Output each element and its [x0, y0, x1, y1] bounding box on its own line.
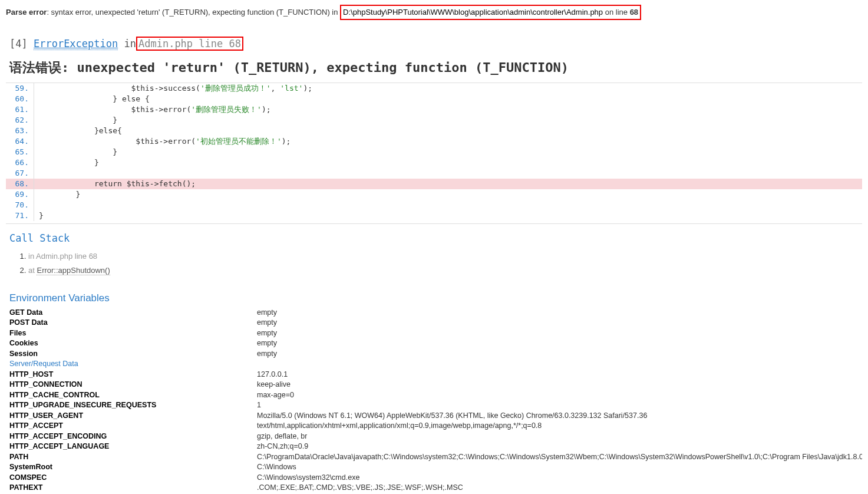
env-row: HTTP_USER_AGENTMozilla/5.0 (Windows NT 6…	[9, 411, 862, 421]
code-block: 59. $this->success('删除管理员成功！', 'lst');60…	[6, 83, 862, 224]
env-value: gzip, deflate, br	[257, 432, 307, 442]
env-row: HTTP_HOST127.0.0.1	[9, 370, 862, 380]
code-row: 62. }	[6, 115, 862, 126]
env-key: PATHEXT	[9, 483, 257, 493]
code-row: 59. $this->success('删除管理员成功！', 'lst');	[6, 83, 862, 94]
line-number: 59.	[6, 83, 34, 94]
env-row: HTTP_ACCEPT_LANGUAGEzh-CN,zh;q=0.9	[9, 442, 862, 452]
env-row: PATHC:\ProgramData\Oracle\Java\javapath;…	[9, 452, 862, 463]
line-number: 63.	[6, 126, 34, 136]
env-row: Filesempty	[9, 328, 862, 339]
code-content: }	[39, 115, 117, 126]
env-value: C:\Windows	[257, 462, 296, 473]
line-number: 60.	[6, 94, 34, 104]
env-row: HTTP_CONNECTIONkeep-alive	[9, 380, 862, 390]
env-key: Server/Request Data	[9, 359, 257, 370]
callstack-title: Call Stack	[9, 232, 862, 244]
env-key: PATH	[9, 452, 257, 463]
code-content: } else {	[39, 94, 150, 104]
line-number: 67.	[6, 168, 34, 179]
env-key: HTTP_ACCEPT_ENCODING	[9, 432, 257, 442]
env-row: POST Dataempty	[9, 318, 862, 328]
env-row: Server/Request Data	[9, 359, 862, 370]
env-value: empty	[257, 338, 277, 349]
env-row: HTTP_ACCEPT_ENCODINGgzip, deflate, br	[9, 432, 862, 442]
parse-error-label: Parse error	[6, 8, 47, 17]
code-content: }	[39, 189, 80, 200]
exception-summary: [4] ErrorException in Admin.php line 68	[9, 37, 862, 51]
env-title: Environment Variables	[9, 292, 862, 304]
code-content: return $this->fetch();	[39, 179, 196, 189]
code-row: 66. }	[6, 157, 862, 168]
code-row: 64. $this->error('初始管理员不能删除！');	[6, 136, 862, 147]
code-content: }	[39, 210, 44, 221]
env-key: HTTP_CACHE_CONTROL	[9, 390, 257, 401]
exception-file-loc: Admin.php line 68	[138, 38, 241, 50]
env-key: Session	[9, 349, 257, 360]
env-value: empty	[257, 308, 277, 318]
env-value: text/html,application/xhtml+xml,applicat…	[257, 421, 542, 432]
line-number: 64.	[6, 136, 34, 147]
env-key: HTTP_CONNECTION	[9, 380, 257, 390]
env-value: 127.0.0.1	[257, 370, 288, 380]
env-key: GET Data	[9, 308, 257, 318]
exception-prefix: [4]	[9, 38, 34, 50]
env-value: Mozilla/5.0 (Windows NT 6.1; WOW64) Appl…	[257, 411, 647, 421]
callstack-prefix: at	[28, 266, 37, 275]
env-value: C:\ProgramData\Oracle\Java\javapath;C:\W…	[257, 452, 862, 463]
env-value: empty	[257, 318, 277, 328]
callstack-prefix: in	[28, 252, 36, 261]
code-content: }	[39, 157, 99, 168]
code-row: 68. return $this->fetch();	[6, 179, 862, 189]
line-number: 68.	[6, 179, 34, 189]
callstack-list: in Admin.php line 68at Error::appShutdow…	[28, 250, 862, 277]
code-row: 61. $this->error('删除管理员失败！');	[6, 104, 862, 115]
env-value: keep-alive	[257, 380, 291, 390]
code-row: 60. } else {	[6, 94, 862, 104]
env-row: HTTP_UPGRADE_INSECURE_REQUESTS1	[9, 400, 862, 411]
env-key: COMSPEC	[9, 473, 257, 483]
code-row: 63. }else{	[6, 126, 862, 136]
env-key: Files	[9, 328, 257, 339]
env-value: 1	[257, 400, 261, 411]
line-number: 71.	[6, 210, 34, 221]
code-row: 67.	[6, 168, 862, 179]
env-row: PATHEXT.COM;.EXE;.BAT;.CMD;.VBS;.VBE;.JS…	[9, 483, 862, 493]
code-content: $this->success('删除管理员成功！', 'lst');	[39, 83, 312, 94]
code-row: 69. }	[6, 189, 862, 200]
env-value: max-age=0	[257, 390, 294, 401]
env-key: HTTP_ACCEPT	[9, 421, 257, 432]
env-row: GET Dataempty	[9, 308, 862, 318]
line-number: 69.	[6, 189, 34, 200]
env-table: GET DataemptyPOST DataemptyFilesemptyCoo…	[9, 308, 862, 493]
parse-error-path: D:\phpStudy\PHPTutorial\WWW\blog\applica…	[343, 8, 603, 17]
env-row: HTTP_CACHE_CONTROLmax-age=0	[9, 390, 862, 401]
code-content: }else{	[39, 126, 122, 136]
parse-error-linenum: 68	[630, 8, 638, 17]
parse-error-msg: : syntax error, unexpected 'return' (T_R…	[47, 8, 340, 17]
env-key: Cookies	[9, 338, 257, 349]
env-row: Sessionempty	[9, 349, 862, 360]
callstack-link[interactable]: Error::appShutdown()	[37, 266, 110, 275]
line-number: 66.	[6, 157, 34, 168]
code-row: 65. }	[6, 147, 862, 157]
env-key: HTTP_USER_AGENT	[9, 411, 257, 421]
env-row: SystemRootC:\Windows	[9, 462, 862, 473]
env-key: POST Data	[9, 318, 257, 328]
env-value: empty	[257, 328, 277, 339]
env-key: HTTP_UPGRADE_INSECURE_REQUESTS	[9, 400, 257, 411]
env-key: SystemRoot	[9, 462, 257, 473]
callstack-item: in Admin.php line 68	[28, 250, 862, 263]
code-content: $this->error('删除管理员失败！');	[39, 104, 271, 115]
env-row: HTTP_ACCEPTtext/html,application/xhtml+x…	[9, 421, 862, 432]
exception-in: in	[118, 38, 136, 50]
env-key: HTTP_HOST	[9, 370, 257, 380]
exception-file-box: Admin.php line 68	[136, 37, 243, 51]
env-row: COMSPECC:\Windows\system32\cmd.exe	[9, 473, 862, 483]
line-number: 65.	[6, 147, 34, 157]
env-value: zh-CN,zh;q=0.9	[257, 442, 308, 452]
exception-link[interactable]: ErrorException	[34, 38, 118, 50]
parse-error-header: Parse error: syntax error, unexpected 'r…	[6, 5, 862, 20]
on-line-text: on line	[603, 8, 630, 17]
env-key: HTTP_ACCEPT_LANGUAGE	[9, 442, 257, 452]
